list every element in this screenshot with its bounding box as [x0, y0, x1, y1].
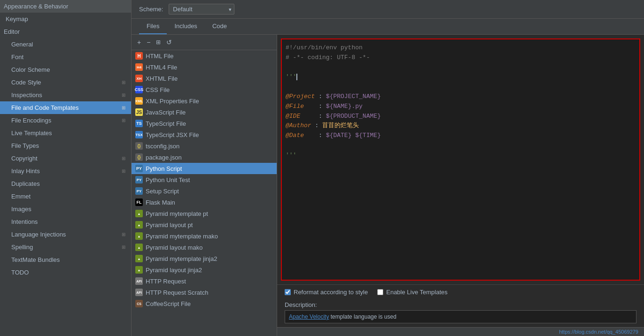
sidebar-item-images[interactable]: Images — [0, 203, 131, 215]
setup-script-icon: PY — [135, 187, 143, 195]
python-unit-icon: PY — [135, 176, 143, 183]
editor-panel: #!/usr/bin/env python # -*- coding: UTF-… — [277, 35, 644, 336]
sidebar-item-emmet[interactable]: Emmet — [0, 190, 131, 203]
list-item[interactable]: {} package.json — [132, 152, 277, 163]
code-line-triple-quote-close: ''' — [286, 151, 636, 160]
code-line-empty2 — [286, 82, 636, 92]
python-script-icon: PY — [135, 165, 143, 172]
list-item[interactable]: ▲ Pyramid mytemplate mako — [132, 230, 277, 242]
sidebar-item-appearance[interactable]: Appearance & Behavior — [0, 0, 131, 13]
sidebar-item-intentions[interactable]: Intentions — [0, 215, 131, 228]
add-button[interactable]: + — [135, 38, 143, 47]
list-item[interactable]: ▲ Pyramid layout jinja2 — [132, 264, 277, 275]
tsx-icon: TSX — [135, 131, 143, 138]
list-item[interactable]: H4 HTML4 File — [132, 61, 277, 73]
sidebar-item-general[interactable]: General — [0, 38, 131, 51]
list-item[interactable]: TS TypeScript File — [132, 118, 277, 129]
http-icon-2: API — [135, 289, 143, 296]
sidebar-item-textmate[interactable]: TextMate Bundles — [0, 253, 131, 266]
list-item[interactable]: API HTTP Request — [132, 275, 277, 287]
copy-button[interactable]: ⊞ — [154, 38, 163, 46]
code-style-expand-icon: ⊞ — [122, 80, 125, 85]
pyramid-icon-3: ▲ — [135, 232, 143, 240]
list-item[interactable]: XML XML Properties File — [132, 95, 277, 107]
bottom-options: Reformat according to style Enable Live … — [277, 284, 644, 299]
status-url[interactable]: https://blog.csdn.net/qq_45069279 — [559, 329, 638, 335]
sidebar-item-file-encodings[interactable]: File Encodings ⊞ — [0, 114, 131, 127]
sidebar-item-color-scheme[interactable]: Color Scheme — [0, 63, 131, 76]
sidebar-item-code-style[interactable]: Code Style ⊞ — [0, 76, 131, 89]
sidebar: Appearance & Behavior Keymap Editor Gene… — [0, 0, 132, 336]
sidebar-item-inspections[interactable]: Inspections ⊞ — [0, 89, 131, 101]
code-line-author: @Author : 苜苜的烂笔头 — [286, 121, 636, 131]
file-list: H HTML File H4 HTML4 File XH XHTML File … — [132, 50, 277, 336]
list-item[interactable]: PY Setup Script — [132, 185, 277, 197]
live-templates-checkbox[interactable] — [377, 289, 383, 295]
tab-code[interactable]: Code — [205, 19, 234, 34]
reformat-checkbox[interactable] — [285, 289, 291, 295]
tab-files[interactable]: Files — [139, 19, 167, 34]
code-line-empty3 — [286, 141, 636, 151]
description-box: Apache Velocity template language is use… — [285, 310, 636, 323]
sidebar-item-copyright[interactable]: Copyright ⊞ — [0, 152, 131, 165]
sidebar-item-spelling[interactable]: Spelling ⊞ — [0, 241, 131, 253]
pyramid-icon-5: ▲ — [135, 255, 143, 262]
scheme-select[interactable]: Default Custom — [169, 4, 234, 15]
pyramid-icon-6: ▲ — [135, 266, 143, 274]
sidebar-item-keymap[interactable]: Keymap — [0, 13, 131, 25]
scheme-label: Scheme: — [139, 6, 163, 13]
inspections-expand-icon: ⊞ — [122, 92, 125, 98]
sidebar-item-duplicates[interactable]: Duplicates — [0, 177, 131, 190]
code-editor[interactable]: #!/usr/bin/env python # -*- coding: UTF-… — [281, 38, 640, 281]
js-icon: JS — [135, 108, 143, 116]
list-item[interactable]: ▲ Pyramid layout mako — [132, 242, 277, 253]
code-line-shebang: #!/usr/bin/env python — [286, 43, 636, 53]
remove-button[interactable]: − — [145, 38, 152, 47]
sidebar-item-inlay-hints[interactable]: Inlay Hints ⊞ — [0, 165, 131, 177]
file-list-panel: + − ⊞ ↺ H HTML File H4 HTML4 File XH XHT… — [132, 35, 277, 336]
list-item[interactable]: CSS CSS File — [132, 84, 277, 95]
description-area: Description: Apache Velocity template la… — [277, 299, 644, 327]
apache-velocity-link[interactable]: Apache Velocity — [289, 313, 329, 320]
list-item[interactable]: ▲ Pyramid mytemplate pt — [132, 208, 277, 219]
spelling-expand-icon: ⊞ — [122, 244, 125, 250]
pyramid-icon-4: ▲ — [135, 244, 143, 251]
code-line-coding: # -*- coding: UTF-8 -*- — [286, 53, 636, 63]
html4-icon: H4 — [135, 63, 143, 71]
sidebar-item-live-templates[interactable]: Live Templates — [0, 127, 131, 139]
reset-button[interactable]: ↺ — [164, 38, 174, 47]
list-item[interactable]: ▲ Pyramid mytemplate jinja2 — [132, 253, 277, 264]
flask-icon: FL — [135, 199, 143, 206]
reformat-checkbox-label[interactable]: Reformat according to style — [285, 289, 368, 296]
coffee-icon: CS — [135, 300, 143, 307]
pyramid-icon-1: ▲ — [135, 210, 143, 217]
list-item[interactable]: FL Flask Main — [132, 197, 277, 208]
xml-icon: XML — [135, 97, 143, 105]
list-item[interactable]: API HTTP Request Scratch — [132, 287, 277, 298]
sidebar-item-file-templates[interactable]: File and Code Templates ⊞ — [0, 101, 131, 114]
tsconfig-icon: {} — [135, 142, 143, 150]
list-item[interactable]: PY Python Unit Test — [132, 174, 277, 185]
tab-includes[interactable]: Includes — [167, 19, 204, 34]
sidebar-item-file-types[interactable]: File Types — [0, 139, 131, 152]
code-line-triple-quote-open: ''' — [286, 72, 636, 82]
list-item[interactable]: XH XHTML File — [132, 73, 277, 84]
sidebar-item-language-injections[interactable]: Language Injections ⊞ — [0, 228, 131, 241]
live-templates-checkbox-label[interactable]: Enable Live Templates — [377, 289, 448, 296]
ts-icon: TS — [135, 120, 143, 127]
list-item[interactable]: CS CoffeeScript File — [132, 298, 277, 309]
sidebar-item-todo[interactable]: TODO — [0, 266, 131, 279]
css-icon: CSS — [135, 86, 143, 93]
sidebar-item-font[interactable]: Font — [0, 51, 131, 63]
language-injections-expand-icon: ⊞ — [122, 232, 125, 237]
list-item[interactable]: H HTML File — [132, 50, 277, 61]
tabs-bar: Files Includes Code — [132, 19, 644, 35]
main-content: Scheme: Default Custom Files Includes Co… — [132, 0, 644, 336]
code-line-date: @Date : ${DATE} ${TIME} — [286, 131, 636, 141]
list-item[interactable]: TSX TypeScript JSX File — [132, 129, 277, 140]
description-label: Description: — [285, 301, 636, 308]
list-item[interactable]: {} tsconfig.json — [132, 140, 277, 152]
list-item[interactable]: ▲ Pyramid layout pt — [132, 219, 277, 230]
list-item-python-script[interactable]: PY Python Script — [132, 163, 277, 174]
list-item[interactable]: JS JavaScript File — [132, 107, 277, 118]
